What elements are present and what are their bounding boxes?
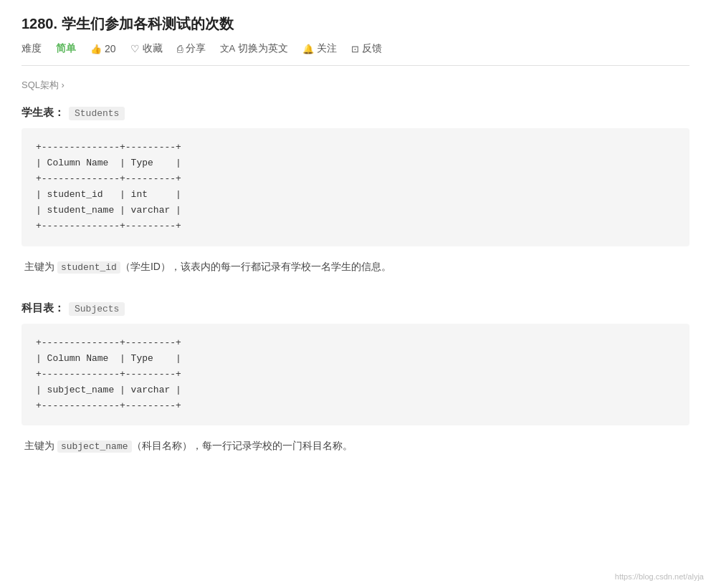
code-block-students: +--------------+---------+ | Column Name…	[22, 128, 689, 246]
description-key-subjects: subject_name	[57, 440, 132, 453]
follow-button[interactable]: 关注	[302, 42, 337, 55]
page-title: 1280. 学生们参加各科测试的次数	[22, 14, 689, 34]
share-icon	[177, 43, 183, 54]
translate-label: 切换为英文	[238, 42, 288, 55]
like-icon	[90, 43, 102, 54]
toolbar: 难度 简单 20 收藏 分享 切换为英文 关注 反馈	[22, 42, 689, 66]
section-subjects: 科目表：Subjects+--------------+---------+ |…	[22, 302, 689, 456]
section-students: 学生表：Students+--------------+---------+ |…	[22, 106, 689, 276]
description-key-students: student_id	[57, 261, 120, 274]
sections-container: 学生表：Students+--------------+---------+ |…	[22, 106, 689, 456]
difficulty-value: 简单	[56, 42, 76, 55]
collect-icon	[130, 43, 140, 54]
like-button[interactable]: 20	[90, 43, 116, 54]
feedback-button[interactable]: 反馈	[351, 42, 382, 55]
feedback-label: 反馈	[362, 42, 382, 55]
table-name-badge-subjects: Subjects	[69, 302, 125, 316]
section-label-students: 学生表：Students	[22, 106, 689, 120]
translate-button[interactable]: 切换为英文	[220, 42, 289, 55]
follow-label: 关注	[317, 42, 337, 55]
collect-label: 收藏	[143, 42, 163, 55]
difficulty-label: 难度	[22, 42, 42, 55]
section-label-subjects: 科目表：Subjects	[22, 302, 689, 315]
code-block-subjects: +--------------+---------+ | Column Name…	[22, 324, 689, 425]
description-students: 主键为 student_id（学生ID），该表内的每一行都记录有学校一名学生的信…	[22, 254, 689, 276]
description-subjects: 主键为 subject_name（科目名称），每一行记录学校的一门科目名称。	[22, 433, 689, 455]
table-name-badge-students: Students	[69, 107, 125, 120]
collect-button[interactable]: 收藏	[130, 42, 163, 55]
like-count: 20	[105, 43, 116, 54]
feedback-icon	[351, 43, 359, 54]
share-label: 分享	[186, 42, 206, 55]
translate-icon	[220, 42, 236, 55]
share-button[interactable]: 分享	[177, 42, 206, 55]
follow-icon	[302, 43, 314, 54]
breadcrumb[interactable]: SQL架构 ›	[22, 79, 689, 92]
